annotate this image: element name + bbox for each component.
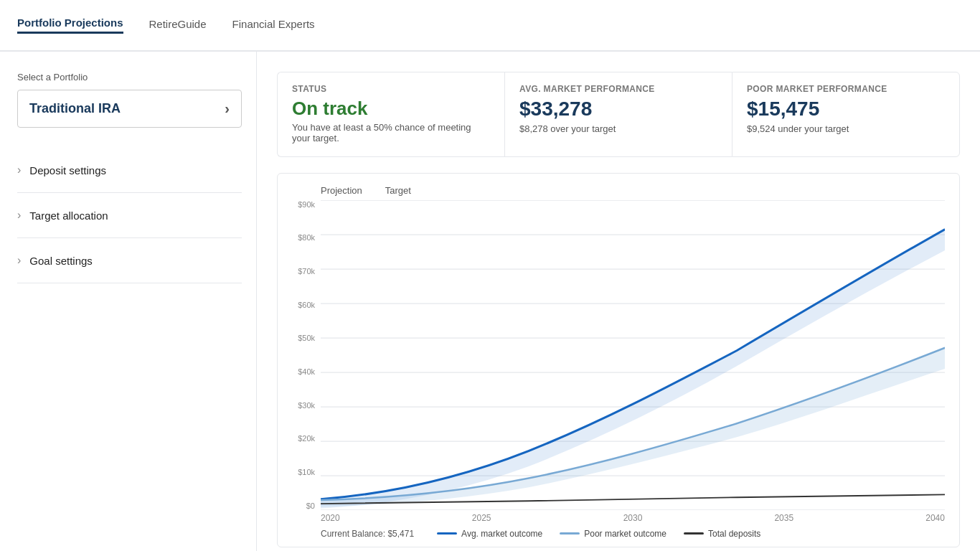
sidebar-item-goal-settings[interactable]: › Goal settings xyxy=(17,238,242,283)
total-deposits-line-icon xyxy=(684,532,704,534)
nav-bar: Portfolio Projections RetireGuide Financ… xyxy=(0,0,980,52)
stat-avg-sub: $8,278 over your target xyxy=(519,123,717,134)
avg-outcome-line-icon xyxy=(437,532,457,534)
legend-total-deposits: Total deposits xyxy=(684,529,760,539)
nav-retireguide[interactable]: RetireGuide xyxy=(149,18,207,33)
legend-poor-outcome: Poor market outcome xyxy=(560,529,666,539)
main-content: Status On track You have at least a 50% … xyxy=(257,52,980,551)
select-portfolio-label: Select a Portfolio xyxy=(17,72,242,83)
nav-portfolio-projections[interactable]: Portfolio Projections xyxy=(17,17,123,34)
portfolio-name: Traditional IRA xyxy=(29,101,121,116)
stat-poor-main: $15,475 xyxy=(747,98,945,121)
poor-outcome-line-icon xyxy=(560,532,580,534)
poor-line xyxy=(321,347,945,499)
sidebar-item-label: Goal settings xyxy=(29,255,93,267)
legend-avg-label: Avg. market outcome xyxy=(461,529,542,539)
poor-band xyxy=(321,347,945,506)
sidebar-item-label: Target allocation xyxy=(29,209,108,222)
target-label: Target xyxy=(385,185,411,196)
sidebar-item-deposit-settings[interactable]: › Deposit settings xyxy=(17,148,242,193)
stat-card-status: Status On track You have at least a 50% … xyxy=(277,72,504,157)
y-axis: $90k $80k $70k $60k $50k $40k $30k $20k … xyxy=(289,200,321,510)
stat-status-label: Status xyxy=(292,84,490,94)
chart-plot xyxy=(321,200,945,510)
sidebar-item-target-allocation[interactable]: › Target allocation xyxy=(17,193,242,238)
stat-status-main: On track xyxy=(292,98,490,119)
nav-financial-experts[interactable]: Financial Experts xyxy=(232,18,315,33)
legend-row: Current Balance: $5,471 Avg. market outc… xyxy=(289,529,945,539)
stat-poor-label: Poor Market Performance xyxy=(747,84,945,94)
stat-avg-main: $33,278 xyxy=(519,98,717,121)
sidebar: Select a Portfolio Traditional IRA › › D… xyxy=(0,52,257,551)
main-layout: Select a Portfolio Traditional IRA › › D… xyxy=(0,52,980,551)
legend-deposits-label: Total deposits xyxy=(708,529,760,539)
avg-band-upper xyxy=(321,229,945,508)
stat-poor-sub: $9,524 under your target xyxy=(747,123,945,134)
stat-status-sub: You have at least a 50% chance of meetin… xyxy=(292,122,490,143)
legend-avg-outcome: Avg. market outcome xyxy=(437,529,542,539)
chevron-right-icon: › xyxy=(17,209,21,222)
stat-card-avg-market: Avg. Market Performance $33,278 $8,278 o… xyxy=(504,72,732,157)
stat-card-poor-market: Poor Market Performance $15,475 $9,524 u… xyxy=(732,72,960,157)
projection-label: Projection xyxy=(321,185,362,196)
chevron-right-icon: › xyxy=(17,164,21,176)
chart-container: Projection Target $90k $80k $70k $60k $5… xyxy=(277,173,960,547)
stat-avg-label: Avg. Market Performance xyxy=(519,84,717,94)
chevron-down-icon: › xyxy=(225,100,230,117)
x-axis: 2020 2025 2030 2035 2040 xyxy=(289,510,945,523)
sidebar-item-label: Deposit settings xyxy=(29,164,106,176)
legend-poor-label: Poor market outcome xyxy=(584,529,666,539)
chevron-right-icon: › xyxy=(17,254,21,267)
chart-inner: $90k $80k $70k $60k $50k $40k $30k $20k … xyxy=(289,200,945,510)
balance-label: Current Balance: $5,471 xyxy=(321,529,414,539)
chart-svg xyxy=(321,200,945,510)
portfolio-select[interactable]: Traditional IRA › xyxy=(17,90,242,128)
stats-row: Status On track You have at least a 50% … xyxy=(277,72,960,157)
